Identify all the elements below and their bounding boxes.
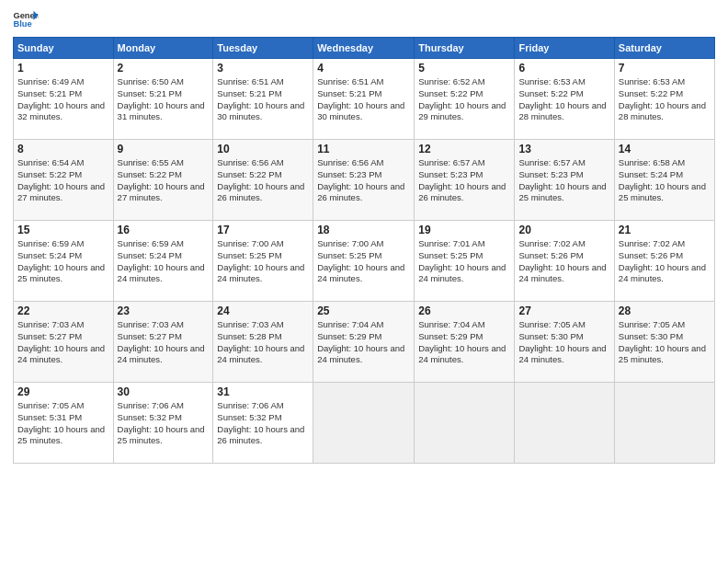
- day-cell-23: 23 Sunrise: 7:03 AMSunset: 5:27 PMDaylig…: [113, 302, 213, 383]
- day-number: 1: [17, 62, 109, 75]
- empty-cell: [515, 383, 614, 464]
- day-number: 5: [418, 62, 510, 75]
- empty-cell: [614, 383, 714, 464]
- day-detail: Sunrise: 7:02 AMSunset: 5:26 PMDaylight:…: [518, 238, 606, 283]
- day-cell-1: 1 Sunrise: 6:49 AMSunset: 5:21 PMDayligh…: [14, 59, 114, 140]
- day-number: 3: [217, 62, 309, 75]
- day-cell-10: 10 Sunrise: 6:56 AMSunset: 5:22 PMDaylig…: [213, 140, 313, 221]
- day-detail: Sunrise: 6:55 AMSunset: 5:22 PMDaylight:…: [118, 157, 205, 202]
- day-number: 8: [17, 143, 109, 155]
- day-number: 21: [619, 224, 711, 236]
- day-detail: Sunrise: 6:49 AMSunset: 5:21 PMDaylight:…: [17, 76, 105, 121]
- day-detail: Sunrise: 6:54 AMSunset: 5:22 PMDaylight:…: [17, 157, 105, 202]
- day-number: 7: [619, 62, 711, 75]
- day-cell-15: 15 Sunrise: 6:59 AMSunset: 5:24 PMDaylig…: [14, 221, 114, 302]
- day-detail: Sunrise: 7:05 AMSunset: 5:30 PMDaylight:…: [619, 319, 706, 364]
- day-cell-16: 16 Sunrise: 6:59 AMSunset: 5:24 PMDaylig…: [113, 221, 213, 302]
- day-detail: Sunrise: 6:59 AMSunset: 5:24 PMDaylight:…: [118, 238, 205, 283]
- day-cell-17: 17 Sunrise: 7:00 AMSunset: 5:25 PMDaylig…: [213, 221, 313, 302]
- day-number: 26: [418, 304, 510, 317]
- day-detail: Sunrise: 7:02 AMSunset: 5:26 PMDaylight:…: [619, 238, 706, 283]
- day-detail: Sunrise: 7:04 AMSunset: 5:29 PMDaylight:…: [418, 319, 506, 364]
- weekday-header-sunday: Sunday: [14, 38, 114, 59]
- day-detail: Sunrise: 6:50 AMSunset: 5:21 PMDaylight:…: [118, 76, 205, 121]
- day-detail: Sunrise: 7:05 AMSunset: 5:30 PMDaylight:…: [518, 319, 606, 364]
- day-detail: Sunrise: 6:51 AMSunset: 5:21 PMDaylight:…: [217, 76, 304, 121]
- day-detail: Sunrise: 7:05 AMSunset: 5:31 PMDaylight:…: [17, 400, 105, 445]
- day-cell-28: 28 Sunrise: 7:05 AMSunset: 5:30 PMDaylig…: [614, 302, 714, 383]
- day-number: 27: [518, 304, 609, 317]
- day-cell-8: 8 Sunrise: 6:54 AMSunset: 5:22 PMDayligh…: [14, 140, 114, 221]
- day-cell-3: 3 Sunrise: 6:51 AMSunset: 5:21 PMDayligh…: [213, 59, 313, 140]
- day-number: 16: [118, 224, 210, 236]
- day-detail: Sunrise: 7:01 AMSunset: 5:25 PMDaylight:…: [418, 238, 506, 283]
- week-row-2: 8 Sunrise: 6:54 AMSunset: 5:22 PMDayligh…: [14, 140, 715, 221]
- day-number: 20: [518, 224, 609, 236]
- day-number: 10: [217, 143, 309, 155]
- day-number: 30: [118, 385, 210, 398]
- day-detail: Sunrise: 6:52 AMSunset: 5:22 PMDaylight:…: [418, 76, 506, 121]
- day-detail: Sunrise: 7:00 AMSunset: 5:25 PMDaylight:…: [217, 238, 304, 283]
- day-cell-5: 5 Sunrise: 6:52 AMSunset: 5:22 PMDayligh…: [415, 59, 515, 140]
- day-cell-6: 6 Sunrise: 6:53 AMSunset: 5:22 PMDayligh…: [515, 59, 614, 140]
- empty-cell: [313, 383, 415, 464]
- day-number: 31: [217, 385, 309, 398]
- day-number: 13: [518, 143, 609, 155]
- day-detail: Sunrise: 6:53 AMSunset: 5:22 PMDaylight:…: [619, 76, 706, 121]
- day-detail: Sunrise: 7:03 AMSunset: 5:28 PMDaylight:…: [217, 319, 304, 364]
- day-cell-21: 21 Sunrise: 7:02 AMSunset: 5:26 PMDaylig…: [614, 221, 714, 302]
- day-number: 28: [619, 304, 711, 317]
- day-number: 24: [217, 304, 309, 317]
- day-cell-7: 7 Sunrise: 6:53 AMSunset: 5:22 PMDayligh…: [614, 59, 714, 140]
- day-cell-30: 30 Sunrise: 7:06 AMSunset: 5:32 PMDaylig…: [113, 383, 213, 464]
- day-cell-9: 9 Sunrise: 6:55 AMSunset: 5:22 PMDayligh…: [113, 140, 213, 221]
- day-number: 6: [518, 62, 609, 75]
- week-row-1: 1 Sunrise: 6:49 AMSunset: 5:21 PMDayligh…: [14, 59, 715, 140]
- day-number: 17: [217, 224, 309, 236]
- day-cell-20: 20 Sunrise: 7:02 AMSunset: 5:26 PMDaylig…: [515, 221, 614, 302]
- day-number: 19: [418, 224, 510, 236]
- week-row-3: 15 Sunrise: 6:59 AMSunset: 5:24 PMDaylig…: [14, 221, 715, 302]
- weekday-header-friday: Friday: [515, 38, 614, 59]
- day-number: 25: [317, 304, 410, 317]
- logo-icon: General Blue: [13, 9, 39, 29]
- day-cell-24: 24 Sunrise: 7:03 AMSunset: 5:28 PMDaylig…: [213, 302, 313, 383]
- calendar: SundayMondayTuesdayWednesdayThursdayFrid…: [13, 37, 715, 464]
- weekday-header-monday: Monday: [113, 38, 213, 59]
- day-number: 14: [619, 143, 711, 155]
- day-number: 23: [118, 304, 210, 317]
- header: General Blue: [13, 9, 715, 29]
- day-detail: Sunrise: 7:06 AMSunset: 5:32 PMDaylight:…: [217, 400, 304, 445]
- day-detail: Sunrise: 7:03 AMSunset: 5:27 PMDaylight:…: [17, 319, 105, 364]
- day-number: 15: [17, 224, 109, 236]
- day-cell-19: 19 Sunrise: 7:01 AMSunset: 5:25 PMDaylig…: [415, 221, 515, 302]
- day-cell-2: 2 Sunrise: 6:50 AMSunset: 5:21 PMDayligh…: [113, 59, 213, 140]
- day-cell-14: 14 Sunrise: 6:58 AMSunset: 5:24 PMDaylig…: [614, 140, 714, 221]
- empty-cell: [415, 383, 515, 464]
- day-detail: Sunrise: 7:04 AMSunset: 5:29 PMDaylight:…: [317, 319, 404, 364]
- day-number: 12: [418, 143, 510, 155]
- weekday-header-thursday: Thursday: [415, 38, 515, 59]
- day-number: 4: [317, 62, 410, 75]
- day-cell-11: 11 Sunrise: 6:56 AMSunset: 5:23 PMDaylig…: [313, 140, 415, 221]
- day-detail: Sunrise: 6:57 AMSunset: 5:23 PMDaylight:…: [518, 157, 606, 202]
- logo: General Blue: [13, 9, 39, 29]
- day-number: 29: [17, 385, 109, 398]
- weekday-header-row: SundayMondayTuesdayWednesdayThursdayFrid…: [14, 38, 715, 59]
- day-detail: Sunrise: 7:00 AMSunset: 5:25 PMDaylight:…: [317, 238, 404, 283]
- week-row-4: 22 Sunrise: 7:03 AMSunset: 5:27 PMDaylig…: [14, 302, 715, 383]
- day-detail: Sunrise: 7:06 AMSunset: 5:32 PMDaylight:…: [118, 400, 205, 445]
- day-cell-22: 22 Sunrise: 7:03 AMSunset: 5:27 PMDaylig…: [14, 302, 114, 383]
- day-detail: Sunrise: 6:56 AMSunset: 5:23 PMDaylight:…: [317, 157, 404, 202]
- day-cell-18: 18 Sunrise: 7:00 AMSunset: 5:25 PMDaylig…: [313, 221, 415, 302]
- day-number: 18: [317, 224, 410, 236]
- weekday-header-wednesday: Wednesday: [313, 38, 415, 59]
- svg-text:Blue: Blue: [13, 19, 31, 29]
- day-cell-26: 26 Sunrise: 7:04 AMSunset: 5:29 PMDaylig…: [415, 302, 515, 383]
- day-number: 11: [317, 143, 410, 155]
- day-cell-4: 4 Sunrise: 6:51 AMSunset: 5:21 PMDayligh…: [313, 59, 415, 140]
- day-cell-25: 25 Sunrise: 7:04 AMSunset: 5:29 PMDaylig…: [313, 302, 415, 383]
- day-detail: Sunrise: 6:59 AMSunset: 5:24 PMDaylight:…: [17, 238, 105, 283]
- day-number: 22: [17, 304, 109, 317]
- weekday-header-tuesday: Tuesday: [213, 38, 313, 59]
